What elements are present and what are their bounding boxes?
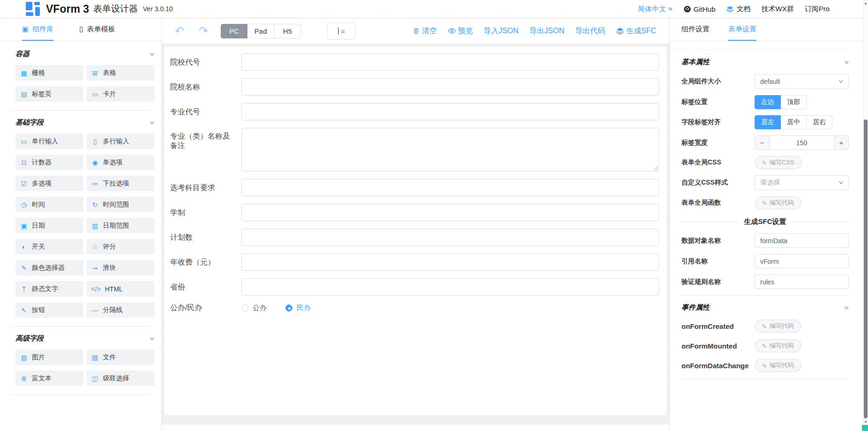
wx-group-link[interactable]: 技术WX群 [761, 5, 793, 14]
text-input[interactable] [241, 253, 659, 271]
clear-button[interactable]: 清空 [412, 26, 437, 36]
tab-widget-library[interactable]: 组件库 [22, 18, 53, 41]
chevron-down-icon[interactable] [149, 120, 155, 126]
window-scrollbar[interactable] [863, 0, 868, 431]
preview-button[interactable]: 预览 [448, 26, 473, 36]
text-input[interactable] [241, 229, 659, 246]
text-input[interactable] [241, 179, 659, 196]
label-position-left[interactable]: 左边 [755, 95, 781, 109]
widget-item-rate[interactable]: ☆评分 [87, 239, 155, 254]
edit-code-button[interactable]: 编写代码 [755, 320, 801, 333]
widget-item-divider[interactable]: —分隔线 [87, 302, 155, 318]
number-icon: ⊡ [20, 159, 28, 166]
tab-widget-settings[interactable]: 组件设置 [681, 18, 710, 41]
radio-option[interactable]: 公办 [241, 304, 267, 312]
widget-item-slider[interactable]: ⊸滑块 [87, 260, 155, 275]
widget-item-switch[interactable]: ◐开关 [15, 239, 83, 254]
text-input[interactable] [241, 78, 659, 96]
tab-form-settings[interactable]: 表单设置 [728, 18, 756, 41]
html-icon: </> [91, 285, 101, 293]
widget-item-grid[interactable]: ▦栅格 [15, 65, 83, 81]
undo-icon[interactable] [175, 25, 184, 37]
widget-item-picture-upload[interactable]: ▨图片 [15, 349, 83, 365]
widget-item-table[interactable]: ⊞表格 [87, 65, 155, 81]
widget-item-number[interactable]: ⊡计数器 [15, 155, 83, 170]
chevron-down-icon[interactable] [844, 59, 850, 65]
form-canvas[interactable]: 院校代号院校名称专业代号专业（类）名称及备注选考科目要求学制计划数年收费（元）省… [165, 47, 666, 415]
node-tree-button[interactable] [327, 22, 356, 40]
widget-item-tab-page[interactable]: ▤标签页 [15, 86, 83, 102]
sfc-row-input[interactable]: formData [755, 233, 849, 248]
widget-item-color-picker[interactable]: ✎颜色选择器 [15, 260, 83, 275]
scroll-up-icon[interactable] [863, 1, 868, 5]
sfc-row-input[interactable]: rules [755, 275, 849, 289]
edit-function-button[interactable]: 编写代码 [755, 196, 801, 209]
form-field-row: 公办/民办公办民办 [170, 303, 659, 312]
radio-option[interactable]: 民办 [285, 304, 311, 312]
device-pad-button[interactable]: Pad [247, 24, 274, 38]
widget-item-button[interactable]: ↖按钮 [15, 302, 83, 318]
docs-layers-icon [726, 5, 734, 13]
text-input[interactable] [241, 53, 659, 71]
event-rows: onFormCreated编写代码onFormMounted编写代码onForm… [681, 320, 868, 372]
resize-handle-icon[interactable] [653, 166, 658, 170]
chevron-down-icon[interactable] [149, 52, 155, 57]
export-code-button[interactable]: 导出代码 [575, 26, 605, 36]
tab-form-template[interactable]: 表单模板 [79, 18, 115, 41]
widget-item-date-range[interactable]: ▥日期范围 [87, 218, 155, 233]
plus-button[interactable] [834, 136, 848, 149]
label-align-right[interactable]: 居右 [807, 115, 832, 129]
custom-css-select[interactable]: 请选择 [755, 175, 849, 190]
widget-item-date[interactable]: ▣日期 [15, 218, 83, 233]
import-json-button[interactable]: 导入JSON [484, 26, 519, 36]
label-align-left[interactable]: 居左 [755, 115, 781, 129]
widget-item-html[interactable]: </>HTML [87, 281, 155, 297]
corner-chip[interactable] [862, 425, 868, 431]
event-props-title: 事件属性 [681, 303, 710, 312]
global-size-select[interactable]: default [755, 74, 849, 89]
redo-icon[interactable] [199, 25, 208, 37]
widget-item-radio[interactable]: ◉单选项 [87, 155, 155, 170]
text-input[interactable] [241, 103, 659, 120]
widget-item-static-text[interactable]: T静态文字 [15, 281, 83, 297]
label-width-value[interactable]: 150 [770, 136, 834, 149]
text-input[interactable] [241, 278, 659, 296]
label-align-center[interactable]: 居中 [781, 115, 807, 129]
widget-item-time-range[interactable]: ↻时间范围 [87, 197, 155, 212]
label-position-label: 标签位置 [681, 98, 708, 106]
edit-css-button[interactable]: 编写CSS [755, 156, 802, 169]
static-text-icon: T [20, 285, 28, 293]
docs-link[interactable]: 文档 [726, 5, 750, 14]
scrollbar-thumb[interactable] [864, 119, 868, 418]
widget-item-select[interactable]: ≔下拉选项 [87, 176, 155, 191]
chevron-down-icon[interactable] [149, 336, 155, 342]
sfc-settings-title: 生成SFC设置 [744, 217, 786, 226]
sfc-row-input[interactable]: vForm [755, 254, 849, 268]
field-control [241, 204, 659, 221]
widget-item-cascader[interactable]: ◫级联选择 [87, 371, 155, 386]
export-json-button[interactable]: 导出JSON [529, 26, 564, 36]
device-h5-button[interactable]: H5 [274, 24, 301, 38]
widget-item-card[interactable]: ▭卡片 [87, 86, 155, 102]
label-position-top[interactable]: 顶部 [781, 95, 807, 109]
widget-item-rich-editor[interactable]: ≣富文本 [15, 371, 83, 386]
minus-button[interactable] [755, 136, 770, 149]
widget-item-file-upload[interactable]: ▧文件 [87, 349, 155, 365]
edit-code-button[interactable]: 编写代码 [755, 339, 801, 352]
widget-item-checkbox[interactable]: ☑多选项 [15, 176, 83, 191]
text-input[interactable] [241, 204, 659, 221]
widget-item-multi-line-input[interactable]: ▯多行输入 [87, 134, 155, 149]
widget-item-label: 单选项 [103, 158, 123, 167]
device-pc-button[interactable]: PC [221, 24, 247, 38]
language-select[interactable]: 简体中文 [638, 5, 673, 14]
scroll-down-icon[interactable] [863, 420, 868, 424]
chevron-down-icon[interactable] [844, 305, 850, 311]
widget-item-single-line-input[interactable]: ▭单行输入 [15, 134, 83, 149]
github-link[interactable]: GitHub [683, 5, 716, 13]
subscribe-pro-link[interactable]: 订阅Pro [805, 5, 830, 14]
generate-sfc-button[interactable]: 生成SFC [616, 26, 656, 36]
textarea-input[interactable] [241, 128, 659, 171]
edit-code-button[interactable]: 编写代码 [755, 359, 801, 372]
sfc-layers-icon [616, 27, 624, 35]
widget-item-time[interactable]: ◷时间 [15, 197, 83, 212]
